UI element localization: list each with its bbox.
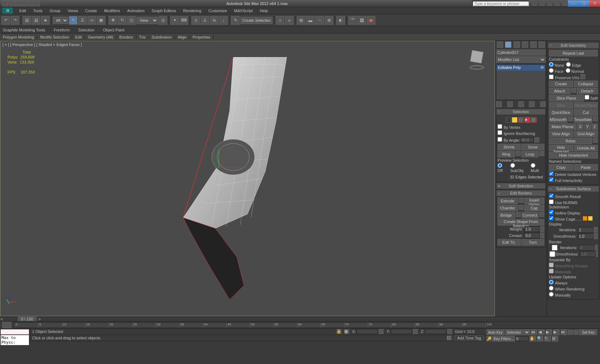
viewport-perspective[interactable]: [ + ] [ Perspective ] [ Shaded + Edged F… <box>0 41 495 316</box>
spinner-snap-icon[interactable]: ↕ <box>219 16 228 25</box>
create-tab-icon[interactable] <box>497 41 503 48</box>
menu-modifiers[interactable]: Modifiers <box>100 9 124 13</box>
preserve-uvs-settings-icon[interactable] <box>580 74 585 79</box>
qat-new-icon[interactable] <box>2 1 8 6</box>
loop-button[interactable]: Loop <box>521 151 539 157</box>
menu-customize[interactable]: Customize <box>205 9 231 13</box>
collapse-button[interactable]: Collapse <box>574 81 598 87</box>
lock-selection-icon[interactable]: 🔒 <box>336 329 341 334</box>
vertex-level-icon[interactable]: ∴ <box>505 117 511 123</box>
view-align-button[interactable]: View Align <box>549 131 573 137</box>
modifier-stack[interactable]: Editable Poly⟳ <box>496 64 546 100</box>
panel-properties[interactable]: Properties <box>190 35 214 39</box>
unique-icon[interactable] <box>518 101 524 107</box>
render-smooth-checkbox[interactable] <box>549 251 556 257</box>
angle-snap-icon[interactable]: ∠ <box>201 16 209 25</box>
grid-align-button[interactable]: Grid Align <box>574 131 598 137</box>
minimize-button[interactable]: — <box>568 0 579 7</box>
split-checkbox[interactable]: Split <box>585 95 598 101</box>
preview-subobj-radio[interactable]: SubObj <box>510 163 529 173</box>
unlink-icon[interactable]: ⛓ <box>32 16 40 25</box>
menu-edit[interactable]: Edit <box>16 9 30 13</box>
qat-open-icon[interactable] <box>9 1 14 6</box>
select-region-icon[interactable]: ▭ <box>88 16 96 25</box>
panel-edit[interactable]: Edit <box>72 35 85 39</box>
use-nurms-checkbox[interactable]: Use NURMS Subdivision <box>549 199 598 209</box>
layers-icon[interactable]: ▤ <box>297 16 305 25</box>
pin-stack-icon[interactable] <box>496 101 502 107</box>
hide-unselected-button[interactable]: Hide Unselected <box>549 152 598 158</box>
menu-create[interactable]: Create <box>81 9 100 13</box>
play-icon[interactable]: ▶ <box>546 329 552 335</box>
key-filters-button[interactable]: Key Filters... <box>492 336 515 342</box>
maxscript-listener[interactable]: Max to Physc: <box>0 329 30 341</box>
search-icon[interactable] <box>532 0 538 6</box>
configure-icon[interactable] <box>540 101 546 107</box>
manipulate-icon[interactable]: ✦ <box>170 16 179 25</box>
time-slider[interactable]: 0 / 100 <box>18 317 36 322</box>
select-icon[interactable]: ↖ <box>69 16 78 25</box>
viewcube-ring-icon[interactable] <box>470 65 484 70</box>
coord-z-input[interactable] <box>425 329 446 334</box>
pivot-icon[interactable]: ⊡ <box>159 16 167 25</box>
planar-x-button[interactable]: X <box>577 123 584 130</box>
align-icon[interactable]: ≡ <box>285 16 294 25</box>
bridge-settings-icon[interactable] <box>516 212 521 217</box>
copy-named-button[interactable]: Copy <box>549 164 573 171</box>
by-angle-spinner[interactable] <box>521 137 534 142</box>
transform-type-icon[interactable]: ▦ <box>344 329 349 334</box>
spinner-arrows-icon[interactable] <box>594 227 598 233</box>
spinner-arrows-icon[interactable] <box>379 329 384 334</box>
menu-group[interactable]: Group <box>46 9 64 13</box>
stack-item-editable-poly[interactable]: Editable Poly⟳ <box>496 65 545 71</box>
key-icon[interactable]: 🔑 <box>486 336 491 341</box>
menu-animation[interactable]: Animation <box>124 9 148 13</box>
next-frame-icon[interactable]: ▶ <box>553 329 560 335</box>
edge-level-icon[interactable]: ╱ <box>512 117 518 123</box>
goto-end-icon[interactable]: ⏭ <box>561 329 567 335</box>
tab-freeform[interactable]: Freeform <box>54 28 70 32</box>
object-name-input[interactable] <box>498 50 547 55</box>
coord-x-input[interactable] <box>356 329 378 334</box>
add-time-tag-button[interactable]: Add Time Tag <box>455 335 484 340</box>
reset-plane-button[interactable]: Reset Plane <box>574 102 598 108</box>
msmooth-button[interactable]: MSmooth <box>549 116 568 123</box>
spinner-arrows-icon[interactable] <box>540 226 544 232</box>
display-tab-icon[interactable] <box>530 41 537 48</box>
bind-icon[interactable]: ◈ <box>41 16 50 25</box>
timebar-right-arrow-icon[interactable]: > <box>38 317 41 321</box>
relax-button[interactable]: Relax <box>549 138 592 144</box>
by-angle-checkbox[interactable]: By Angle: <box>498 137 520 142</box>
exchange-icon[interactable] <box>547 0 552 6</box>
panel-modify-selection[interactable]: Modify Selection <box>37 35 72 39</box>
quickslice-button[interactable]: QuickSlice <box>549 109 573 116</box>
panel-align[interactable]: Align <box>175 35 190 39</box>
iterations-spinner[interactable] <box>578 227 594 233</box>
coord-y-input[interactable] <box>391 329 412 334</box>
motion-tab-icon[interactable] <box>522 41 528 48</box>
repeat-last-button[interactable]: Repeat Last <box>549 50 598 56</box>
undo-icon[interactable]: ↶ <box>1 16 10 25</box>
key-mode-icon[interactable] <box>568 330 573 335</box>
rotate-icon[interactable]: ↻ <box>118 16 126 25</box>
slice-plane-button[interactable]: Slice Plane <box>549 95 584 101</box>
smooth-result-checkbox[interactable]: Smooth Result <box>549 193 598 199</box>
prev-frame-icon[interactable]: ◀ <box>538 329 545 335</box>
smoothness-spinner[interactable] <box>578 233 594 239</box>
element-level-icon[interactable]: ◫ <box>531 117 537 123</box>
qat-link-icon[interactable] <box>34 1 40 6</box>
ignore-backfacing-checkbox[interactable]: Ignore Backfacing <box>498 130 544 136</box>
render-smoothness-spinner[interactable] <box>580 251 596 257</box>
make-planar-button[interactable]: Make Planar <box>549 123 576 130</box>
preview-multi-radio[interactable]: Multi <box>531 163 544 173</box>
create-shape-button[interactable]: Create Shape From Selection <box>498 219 544 226</box>
cage-color-1[interactable] <box>583 216 587 221</box>
sep-smoothing-checkbox[interactable]: Smoothing Groups <box>549 263 598 268</box>
menu-rendering[interactable]: Rendering <box>180 9 205 13</box>
select-name-icon[interactable]: ☰ <box>78 16 87 25</box>
isolate-icon[interactable]: ☐ <box>447 335 452 340</box>
connect-button[interactable]: Connect <box>521 212 539 218</box>
grow-button[interactable]: Grow <box>521 144 545 150</box>
ring-spinner-icon[interactable] <box>516 151 521 156</box>
preview-off-radio[interactable]: Off <box>498 163 508 173</box>
